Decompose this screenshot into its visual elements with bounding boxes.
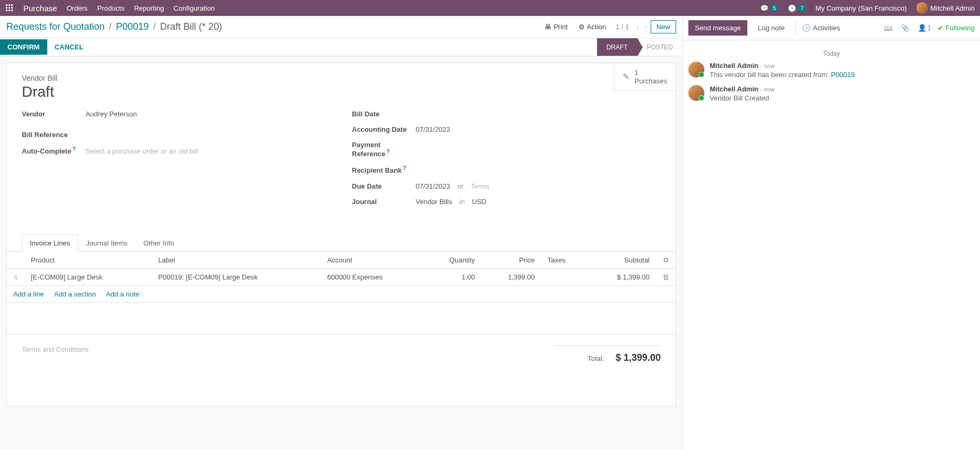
log-note-button[interactable]: Log note [752,20,791,36]
apps-icon[interactable] [5,4,14,12]
total-amount: $ 1,399.00 [616,352,661,363]
book-icon[interactable]: 📖 [882,24,894,32]
top-navbar: Purchase Orders Products Reporting Confi… [0,0,980,16]
pager[interactable]: 1 / 1 [611,23,633,31]
nav-orders[interactable]: Orders [66,4,88,12]
svg-rect-6 [6,10,7,11]
th-label[interactable]: Label [152,252,321,269]
confirm-button[interactable]: CONFIRM [0,39,47,55]
pager-prev[interactable]: ‹ [633,23,642,31]
message-author: Mitchell Admin [710,85,759,93]
activities-button[interactable]: 🕓 7 [788,4,806,12]
gear-icon: ⚙ [578,23,585,31]
nav-reporting[interactable]: Reporting [134,4,164,12]
svg-rect-5 [11,7,13,9]
th-account[interactable]: Account [321,252,423,269]
breadcrumb: Requests for Quotation / P00019 / Draft … [6,21,222,32]
print-button[interactable]: 🖶Print [539,21,573,33]
billref-label: Bill Reference [22,131,86,139]
th-subtotal[interactable]: Subtotal [587,252,656,269]
user-menu[interactable]: Mitchell Admin [916,2,975,14]
chat-icon: 💬 [760,4,769,12]
tab-journal-items[interactable]: Journal Items [78,234,135,252]
svg-rect-3 [6,7,7,9]
purchases-stat-button[interactable]: ✎ 1 Purchases [613,63,676,91]
activities-button[interactable]: 🕓Activities [795,20,846,36]
app-brand[interactable]: Purchase [23,4,57,13]
breadcrumb-parent[interactable]: P00019 [116,21,149,32]
cell-subtotal: $ 1,399.00 [587,268,656,285]
autocomplete-field[interactable]: Select a purchase order or an old bill [86,147,331,155]
autocomplete-label: Auto-Complete? [22,146,86,155]
help-icon[interactable]: ? [72,146,75,152]
cell-qty[interactable]: 1.00 [423,268,481,285]
messages-button[interactable]: 💬 5 [760,4,778,12]
terms-field[interactable]: Terms [471,182,489,190]
journal-field[interactable]: Vendor Bills in USD [416,198,661,206]
status-draft[interactable]: DRAFT [597,38,637,56]
nav-configuration[interactable]: Configuration [174,4,215,12]
svg-rect-7 [8,10,10,11]
message-author: Mitchell Admin [710,62,759,70]
add-section-link[interactable]: Add a section [54,290,96,298]
message-link[interactable]: P00019 [831,71,855,79]
print-icon: 🖶 [544,23,551,31]
nav-products[interactable]: Products [97,4,124,12]
invoice-lines-table: Product Label Account Quantity Price Tax… [7,252,676,285]
form-sheet: ✎ 1 Purchases Vendor Bill Draft Vendor A… [6,63,676,406]
cell-account[interactable]: 600000 Expenses [321,268,423,285]
duedate-field[interactable]: 07/31/2023 or Terms [416,182,661,190]
columns-settings-icon[interactable]: ⚙ [663,256,669,264]
svg-rect-1 [8,4,10,6]
table-row[interactable]: ⇅ [E-COM09] Large Desk P00019: [E-COM09]… [7,268,676,285]
tab-invoice-lines[interactable]: Invoice Lines [22,234,78,252]
cancel-button[interactable]: CANCEL [47,39,91,55]
company-switcher[interactable]: My Company (San Francisco) [815,4,907,12]
acctdate-field[interactable]: 07/31/2023 [416,125,661,133]
status-posted[interactable]: POSTED [637,38,683,56]
user-name: Mitchell Admin [930,4,975,12]
stat-label: Purchases [635,77,667,86]
th-quantity[interactable]: Quantity [423,252,481,269]
pager-next[interactable]: › [642,23,651,31]
add-line-link[interactable]: Add a line [13,290,44,298]
action-button[interactable]: ⚙Action [573,21,611,33]
svg-rect-8 [11,10,13,11]
help-icon[interactable]: ? [403,165,406,171]
attachment-icon[interactable]: 📎 [899,24,911,32]
followers-button[interactable]: 👤1 [916,24,933,32]
breadcrumb-root[interactable]: Requests for Quotation [6,21,105,32]
avatar-icon [916,2,928,14]
document-status: Draft [22,83,661,100]
payref-label: Payment Reference? [352,141,416,158]
vendor-field[interactable]: Audrey Peterson [86,110,331,118]
th-price[interactable]: Price [481,252,541,269]
duedate-label: Due Date [352,182,416,190]
following-button[interactable]: ✔Following [938,24,975,32]
cell-product[interactable]: [E-COM09] Large Desk [24,268,152,285]
cell-taxes[interactable] [541,268,587,285]
th-product[interactable]: Product [24,252,152,269]
delete-row-icon[interactable]: 🗑 [662,273,669,281]
control-bar: Requests for Quotation / P00019 / Draft … [0,16,683,38]
add-note-link[interactable]: Add a note [106,290,139,298]
document-type: Vendor Bill [22,74,661,82]
pencil-icon: ✎ [623,72,629,82]
journal-label: Journal [352,198,416,206]
breadcrumb-current: Draft Bill (* 20) [160,21,222,32]
th-taxes[interactable]: Taxes [541,252,587,269]
terms-conditions-field[interactable]: Terms and Conditions [22,345,555,353]
chatter-panel: Send message Log note 🕓Activities 📖 📎 👤1… [683,16,980,449]
currency-field[interactable]: USD [472,198,487,206]
activities-badge: 7 [798,5,806,11]
send-message-button[interactable]: Send message [688,20,747,36]
help-icon[interactable]: ? [386,149,389,155]
new-button[interactable]: New [651,20,676,33]
cell-price[interactable]: 1,399.00 [481,268,541,285]
bank-label: Recipient Bank? [352,165,416,174]
messages-badge: 5 [771,5,778,11]
person-icon: 👤 [918,24,926,32]
drag-handle-icon[interactable]: ⇅ [13,274,18,281]
tab-other-info[interactable]: Other Info [135,234,182,252]
cell-label[interactable]: P00019: [E-COM09] Large Desk [152,268,321,285]
